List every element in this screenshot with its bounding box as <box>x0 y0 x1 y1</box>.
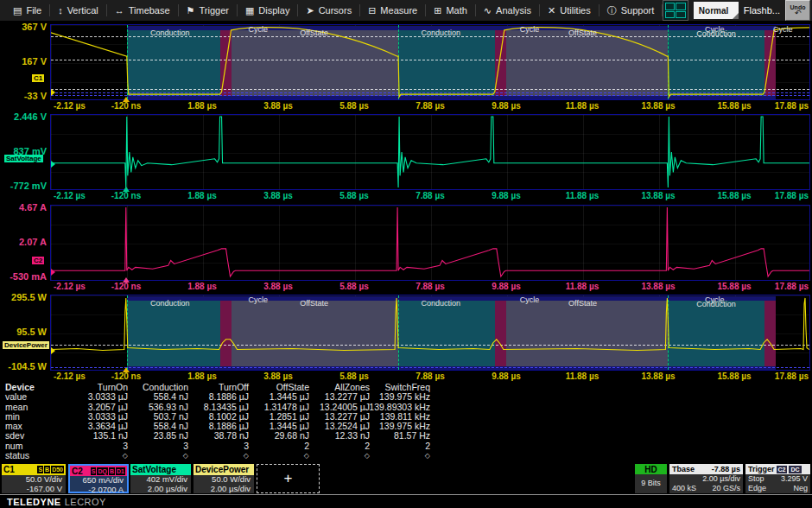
plot-area-c2[interactable]: C2 <box>50 205 810 281</box>
acquisition-mode-label: Normal <box>699 6 728 16</box>
table-cell: 139.975 kHz <box>351 392 430 402</box>
acquisition-mode-dropdown[interactable]: Normal <box>694 2 739 19</box>
x-axis-c2: -2.12 µs-120 ns1.88 µs3.88 µs5.88 µs7.88… <box>50 281 810 292</box>
y-axis-label: 367 V <box>0 22 47 32</box>
math-icon: ⊞ <box>434 5 441 16</box>
plot-area-c1[interactable]: Conduction Cycle OffState Conduction Cyc… <box>50 24 810 100</box>
timebase-icon: ↔ <box>115 5 124 16</box>
descriptor-satvoltage[interactable]: SatVoltage 402 mV/div 2.00 µs/div <box>130 464 191 493</box>
x-axis-label: 11.88 µs <box>566 100 599 111</box>
x-axis-label: 9.88 µs <box>492 190 521 201</box>
menu-item-label: Measure <box>380 5 417 16</box>
x-axis-label: 3.88 µs <box>263 100 293 111</box>
menu-item-measure[interactable]: ⊟Measure <box>360 0 425 21</box>
trigger-slope: Neg <box>793 484 808 493</box>
y-axis-label: 2.446 V <box>0 112 47 122</box>
plot-area-devicepower[interactable]: Conduction Cycle OffState Conduction Cyc… <box>50 295 810 371</box>
timebase-box[interactable]: Tbase -7.88 µs 2.00 µs/div 400 kS 20 GS/… <box>669 464 743 493</box>
x-axis-label: -120 ns <box>111 100 141 111</box>
descriptor-timebase: 2.00 µs/div <box>193 485 254 494</box>
trigger-mode: Stop <box>748 474 764 484</box>
menu-item-vertical[interactable]: ↕Vertical <box>50 0 106 21</box>
add-trace-button[interactable]: + <box>257 464 320 493</box>
menu-item-cursors[interactable]: ➤Cursors <box>298 0 359 21</box>
channel-badge-c1[interactable]: C1 <box>32 74 44 82</box>
channel-offset-marker <box>51 347 55 354</box>
x-axis-label: -120 ns <box>111 371 141 382</box>
channel-offset-marker <box>51 89 55 96</box>
menu-item-math[interactable]: ⊞Math <box>426 0 475 21</box>
descriptor-title: C2 <box>72 467 90 476</box>
menu-item-label: Math <box>446 5 466 16</box>
x-axis-label: 7.88 µs <box>416 190 445 201</box>
x-axis-label: 7.88 µs <box>416 371 445 382</box>
x-axis-label: -2.12 µs <box>54 281 86 292</box>
descriptor-devicepower[interactable]: DevicePower 50.0 W/div 2.00 µs/div <box>193 464 254 493</box>
menu-bar-right: Normal Flashb... Undo ↶ <box>663 0 810 21</box>
timebase-title: Tbase <box>672 465 695 473</box>
x-axis-label: 17.88 µs <box>775 100 809 111</box>
channel-offset-marker <box>51 269 55 276</box>
x-axis-label: -120 ns <box>111 281 141 292</box>
x-axis-label: 5.88 µs <box>339 100 369 111</box>
descriptor-badge: S <box>91 467 97 475</box>
menu-item-label: Cursors <box>319 5 352 16</box>
x-axis-label: 13.88 µs <box>641 371 675 382</box>
oscilloscope-screen: ▤File↕Vertical↔Timebase⚑Trigger▦Display➤… <box>0 0 812 508</box>
x-axis-devicepower: -2.12 µs-120 ns1.88 µs3.88 µs5.88 µs7.88… <box>50 371 810 382</box>
menu-item-file[interactable]: ▤File <box>5 0 49 21</box>
y-axis-label: 167 V <box>0 57 47 67</box>
channel-badge-c2[interactable]: C2 <box>32 257 44 264</box>
menu-item-trigger[interactable]: ⚑Trigger <box>179 0 237 21</box>
channel-badge-satvoltage[interactable]: SatVoltage <box>4 155 43 162</box>
zone-label-conduction: Conduction <box>150 299 190 308</box>
grid-mode-button[interactable] <box>663 0 688 21</box>
plot-area-satvoltage[interactable]: SatVoltage <box>50 114 810 190</box>
zone-label-conduction: Conduction <box>696 29 736 38</box>
zone-label-cycle: Cycle <box>773 25 793 34</box>
table-row-label: status <box>5 451 29 460</box>
x-axis-label: 13.88 µs <box>641 190 675 201</box>
descriptor-badge: B <box>109 467 115 475</box>
zone-label-offstate: OffState <box>568 29 597 37</box>
menu-item-label: Utilities <box>560 5 590 16</box>
menu-item-label: Analysis <box>496 5 531 16</box>
x-axis-label: 9.88 µs <box>492 281 521 292</box>
zone-label-conduction: Conduction <box>696 300 736 308</box>
display-icon: ▦ <box>245 5 254 16</box>
x-axis-label: 1.88 µs <box>187 100 217 111</box>
trigger-type: Edge <box>748 484 766 493</box>
x-axis-label: 13.88 µs <box>641 100 675 111</box>
hd-mode-box[interactable]: HD 9 Bits <box>635 464 667 493</box>
menu-item-analysis[interactable]: ∿Analysis <box>476 0 539 21</box>
x-axis-label: 5.88 µs <box>339 190 369 201</box>
flashback-label[interactable]: Flashb... <box>744 5 780 16</box>
trigger-icon: ⚑ <box>187 5 195 16</box>
menu-bar: ▤File↕Vertical↔Timebase⚑Trigger▦Display➤… <box>0 0 812 22</box>
status-icon: ◇ <box>351 451 430 460</box>
descriptor-c1[interactable]: C1 S B D50 50.0 V/div -167.00 V <box>2 464 66 493</box>
menu-item-label: Vertical <box>67 5 98 16</box>
trigger-source-badge: C2 <box>777 466 788 473</box>
utilities-icon: ✕ <box>548 5 555 16</box>
analysis-icon: ∿ <box>484 5 492 16</box>
y-axis-label: 2.07 A <box>0 238 47 247</box>
x-axis-c1: -2.12 µs-120 ns1.88 µs3.88 µs5.88 µs7.88… <box>50 100 810 111</box>
menu-item-label: Trigger <box>199 5 228 16</box>
menu-item-support[interactable]: ⓘSupport <box>599 0 663 21</box>
menu-item-timebase[interactable]: ↔Timebase <box>107 0 178 21</box>
zone-label-conduction: Conduction <box>422 299 461 308</box>
channel-offset-marker <box>51 161 55 168</box>
zone-label-cycle: Cycle <box>248 25 268 34</box>
menu-item-display[interactable]: ▦Display <box>238 0 297 21</box>
x-axis-label: 7.88 µs <box>416 281 445 292</box>
undo-button[interactable]: Undo ↶ <box>785 0 810 21</box>
menu-item-utilities[interactable]: ✕Utilities <box>540 0 599 21</box>
channel-badge-devicepower[interactable]: DevicePower <box>3 341 49 349</box>
descriptor-c2[interactable]: C2 S DQ B D1 650 mA/div -2.0700 A <box>68 464 129 493</box>
brand-lecroy: LECROY <box>65 497 106 507</box>
bits-label: 9 Bits <box>635 474 667 492</box>
trigger-box[interactable]: Trigger C2 DC Stop 3.295 V Edge Neg <box>745 464 810 493</box>
satvoltage-waveform <box>51 115 809 189</box>
descriptor-timebase: 2.00 µs/div <box>130 485 191 494</box>
